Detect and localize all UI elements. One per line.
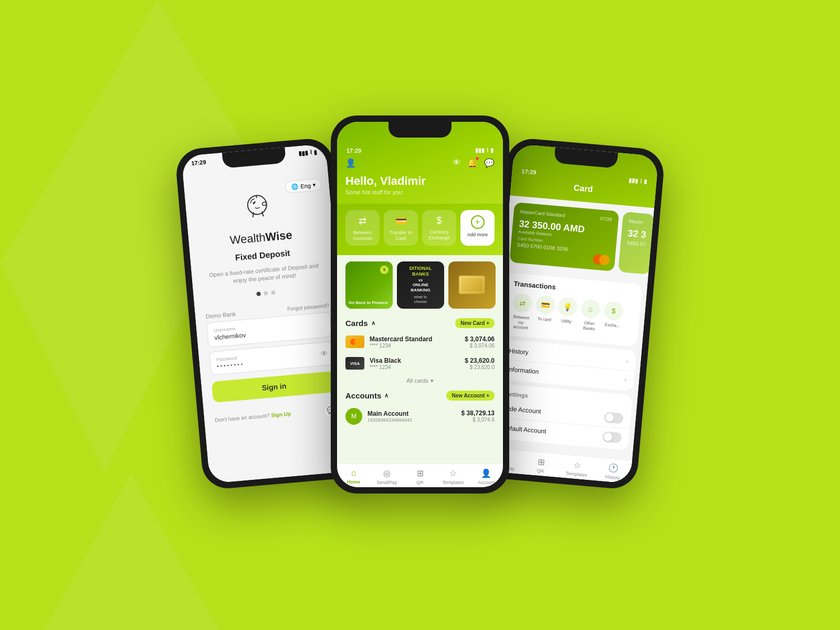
all-cards-chevron: ▾	[430, 377, 434, 384]
sign-in-button[interactable]: Sign in	[212, 371, 337, 402]
trans-btn-exchange[interactable]: $ Excha...	[602, 301, 624, 339]
signal-icon: ▮▮▮	[298, 150, 308, 158]
cc-number-2: 5450 57	[627, 240, 646, 247]
qr-nav-label: QR	[416, 480, 424, 485]
status-icons-home: ▮▮▮ ⌇ ▮	[475, 147, 494, 154]
forgot-password-link[interactable]: Forgot password?	[287, 302, 330, 312]
trans-between-label: Between my account	[510, 314, 532, 331]
mastercard-name: Mastercard Standard	[370, 335, 459, 343]
accounts-chevron-icon: ∧	[384, 392, 388, 399]
visa-sub-amount: $ 23,620.0	[465, 364, 495, 370]
transfer-to-card-btn[interactable]: 💳 Transfer toCard	[384, 210, 418, 246]
profile-icon[interactable]: 👤	[345, 158, 356, 168]
qr-icon-card: ⊞	[537, 457, 545, 467]
credit-card-2-partial[interactable]: Master 32 3 5450 57	[618, 212, 654, 275]
news-card-1[interactable]: $ Go Back to Finance	[345, 261, 393, 309]
lang-value: Eng	[300, 182, 311, 190]
login-screen: 17:29 ▮▮▮ ⌇ ▮ 🌐 Eng ▾	[181, 144, 354, 484]
trans-btn-utility[interactable]: 💡 Utility	[556, 297, 578, 335]
sendpay-nav-label: Send/Pay	[376, 480, 397, 485]
login-form: Demo Bank Forgot password? Username vlch…	[205, 302, 337, 403]
mastercard-sub-amount: $ 3,074.06	[465, 343, 495, 349]
transactions-section: Transactions ⇄ Between my account 💳 To c…	[503, 272, 642, 346]
bottom-nav-home: ⌂ Home ◎ Send/Pay ⊞ QR ☆ Templates	[337, 464, 503, 487]
all-cards-link[interactable]: All cards ▾	[337, 374, 503, 387]
news-card-3[interactable]	[448, 261, 496, 309]
password-field[interactable]: Password ••••••••	[209, 341, 334, 375]
new-card-button[interactable]: New Card +	[455, 318, 495, 328]
account-nav-label: Account	[478, 480, 495, 485]
quick-actions: ⇄ BetweenAccounts 💳 Transfer toCard $ Cu…	[337, 204, 503, 255]
credit-card-1[interactable]: MasterCard Standard 07/26 32 350.00 AMD …	[509, 202, 619, 271]
trans-btn-tocard[interactable]: 💳 To card	[534, 295, 556, 333]
sign-up-link[interactable]: Sign Up	[271, 411, 291, 418]
menu-section: History › Information ›	[499, 339, 637, 391]
battery-icon-card: ▮	[644, 178, 647, 185]
card-item-mastercard[interactable]: Mastercard Standard **** 1234 $ 3,074.06…	[337, 331, 503, 353]
visa-num: **** 1234	[370, 364, 459, 370]
nav-templates-card[interactable]: ☆ Templates	[558, 458, 596, 478]
trans-utility-icon: 💡	[558, 297, 578, 317]
deposit-subtitle: Open a fixed-rate certificate of Deposit…	[202, 261, 327, 288]
phone-home: 17:29 ▮▮▮ ⌇ ▮ 👤 👁 🔔	[331, 116, 509, 494]
visa-amount: $ 23,620.0 $ 23,620.0	[465, 357, 495, 370]
account-main-amount: $ 38,729.13	[461, 410, 495, 417]
main-account-item[interactable]: M Main Account 19328364234664042 $ 38,72…	[337, 404, 503, 429]
notch-home	[388, 122, 452, 138]
hide-account-label: Hide Account	[503, 405, 541, 415]
status-icons-card: ▮▮▮ ⌇ ▮	[628, 177, 647, 185]
mastercard-num: **** 1234	[370, 343, 459, 349]
history-label-card: History	[605, 474, 620, 480]
sendpay-nav-icon: ◎	[383, 468, 391, 478]
bell-icon[interactable]: 🔔	[467, 158, 478, 168]
cc-type-2: Master	[628, 218, 648, 225]
home-nav-icon: ⌂	[351, 468, 356, 478]
nav-history-card[interactable]: 🕐 History	[594, 461, 632, 481]
trans-btn-between[interactable]: ⇄ Between my account	[510, 292, 534, 331]
cards-chevron-icon: ∧	[371, 320, 375, 327]
card-screen: 17:29 ▮▮▮ ⌇ ▮ Card MasterCard Standard 0…	[486, 144, 659, 484]
nav-account[interactable]: 👤 Account	[470, 468, 503, 485]
add-circle: +	[471, 215, 485, 229]
mastercard-icon	[345, 335, 364, 348]
battery-icon: ▮	[313, 149, 317, 155]
nav-qr-card[interactable]: ⊞ QR	[522, 455, 560, 475]
transfer-icon: 💳	[395, 215, 407, 227]
information-chevron: ›	[624, 375, 627, 383]
time-card: 17:29	[521, 167, 537, 175]
trans-tocard-label: To card	[537, 317, 551, 323]
signup-row: Don't have an account? Sign Up 💬	[214, 402, 339, 427]
coin-chip	[459, 276, 485, 294]
add-more-btn[interactable]: + Add more	[460, 210, 495, 246]
nav-send-pay[interactable]: ◎ Send/Pay	[370, 468, 403, 485]
currency-exchange-btn[interactable]: $ CurrencyExchange	[422, 210, 456, 246]
eye-icon-home[interactable]: 👁	[453, 158, 461, 168]
history-icon-card: 🕐	[607, 463, 619, 474]
time-login: 17:29	[191, 159, 206, 166]
trans-otherbanks-icon: ⌂	[581, 299, 601, 319]
news-card-2[interactable]: DITIONALBANKS vs ONLINEBANKING what to c…	[397, 261, 444, 309]
mastercard-info: Mastercard Standard **** 1234	[370, 335, 459, 349]
visa-name: Visa Black	[370, 357, 459, 364]
account-amount: $ 38,729.13 $ 3,074.6	[461, 410, 495, 423]
add-more-label: Add more	[467, 232, 488, 238]
default-account-switch[interactable]	[602, 431, 622, 443]
trans-btn-otherbanks[interactable]: ⌂ Other Banks	[578, 299, 602, 337]
eye-icon[interactable]: 👁	[320, 349, 328, 358]
trans-tocard-icon: 💳	[536, 295, 556, 315]
bank-label: Demo Bank	[205, 310, 236, 319]
news-card-1-icon: $	[380, 266, 388, 274]
globe-icon: 🌐	[291, 183, 299, 190]
chat-icon[interactable]: 💬	[484, 158, 495, 168]
wifi-icon-home: ⌇	[486, 147, 489, 154]
nav-home[interactable]: ⌂ Home	[337, 468, 370, 485]
card-item-visa[interactable]: VISA Visa Black **** 1234 $ 23,620.0 $ 2…	[337, 353, 503, 374]
nav-qr[interactable]: ⊞ QR	[403, 468, 436, 485]
hide-account-switch[interactable]	[604, 412, 624, 424]
new-account-button[interactable]: New Account +	[446, 391, 495, 401]
between-accounts-btn[interactable]: ⇄ BetweenAccounts	[345, 210, 380, 246]
account-icon: M	[345, 408, 362, 425]
trans-utility-label: Utility	[561, 319, 572, 324]
account-sub-amount: $ 3,074.6	[461, 417, 495, 423]
nav-templates[interactable]: ☆ Templates	[437, 468, 470, 485]
